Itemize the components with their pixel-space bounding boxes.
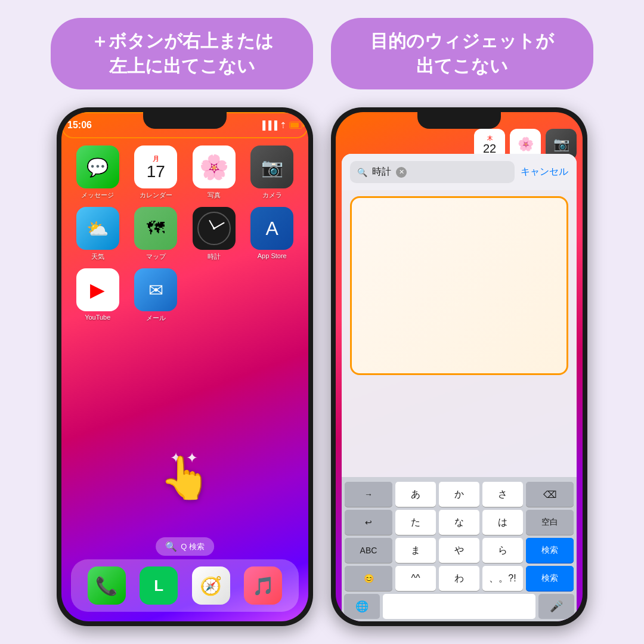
app-label-photos: 写真 [208, 191, 221, 200]
top-labels: ＋ボタンが右上または左上に出てこない 目的のウィジェットが出てこない [12, 18, 632, 89]
notch-1 [143, 112, 227, 129]
messages-icon: 💬 [76, 145, 119, 188]
kb-undo-key[interactable]: ↩ [345, 510, 392, 535]
kb-search-key[interactable]: 検索 [526, 538, 574, 563]
dock-phone[interactable]: 📞 [88, 566, 126, 605]
phones-container: 15:06 ▐▐▐ ⇡ 💬 メッセージ [57, 107, 587, 626]
kb-globe-key[interactable]: 🌐 [344, 594, 380, 619]
kb-ha-key[interactable]: は [482, 510, 523, 535]
kb-mic-key[interactable]: 🎤 [538, 594, 574, 619]
mail-icon: ✉ [134, 268, 177, 311]
keyboard-row-4: 😊 ^^ わ 、。?! 検索 [344, 566, 574, 591]
search-bar[interactable]: 🔍 Q 検索 [156, 537, 214, 556]
phone-2: 木 22 🌸 📷 🔍 時計 ✕ キャンセル [331, 107, 587, 626]
phone1-background: 15:06 ▐▐▐ ⇡ 💬 メッセージ [61, 112, 308, 621]
app-weather[interactable]: ⛅ 天気 [71, 207, 125, 261]
search-clear-button[interactable]: ✕ [396, 167, 407, 178]
status-icons: ▐▐▐ ⇡ [259, 120, 302, 130]
weather-icon: ⛅ [76, 207, 119, 250]
app-label-youtube: YouTube [85, 314, 110, 321]
kb-ta-key[interactable]: た [395, 510, 436, 535]
search-magnifier-icon: 🔍 [357, 168, 367, 177]
widget-sheet: 🔍 時計 ✕ キャンセル → あ か [342, 154, 577, 621]
phone-1: 15:06 ▐▐▐ ⇡ 💬 メッセージ [57, 107, 313, 626]
app-photos[interactable]: 🌸 写真 [187, 145, 241, 200]
tap-hand-cursor: 👆 [159, 453, 211, 502]
battery-icon [289, 122, 302, 129]
keyboard-row-3: ABC ま や ら 検索 [344, 538, 574, 563]
widget-search-row: 🔍 時計 ✕ キャンセル [342, 154, 577, 190]
clock-icon [193, 207, 236, 250]
app-label-maps: マップ [146, 252, 166, 261]
search-icon: 🔍 [165, 541, 177, 552]
kb-a-key[interactable]: あ [395, 482, 436, 507]
kb-sa-key[interactable]: さ [482, 482, 523, 507]
kb-spacebar[interactable] [383, 594, 535, 619]
kb-search-key-2[interactable]: 検索 [526, 566, 574, 591]
app-calendar[interactable]: 月 17 カレンダー [129, 145, 183, 200]
app-label-clock: 時計 [208, 252, 221, 261]
app-label-weather: 天気 [91, 252, 104, 261]
widget-result-box [350, 196, 568, 375]
label-left: ＋ボタンが右上または左上に出てこない [51, 18, 313, 89]
kb-abc-key[interactable]: ABC [345, 538, 392, 563]
app-messages[interactable]: 💬 メッセージ [71, 145, 125, 200]
kb-na-key[interactable]: な [439, 510, 479, 535]
app-maps[interactable]: 🗺 マップ [129, 207, 183, 261]
app-appstore[interactable]: A App Store [246, 207, 299, 261]
kb-ra-key[interactable]: ら [482, 538, 523, 563]
keyboard-row-2: ↩ た な は 空白 [344, 510, 574, 535]
kb-ma-key[interactable]: ま [395, 538, 436, 563]
maps-icon: 🗺 [134, 207, 177, 250]
app-clock[interactable]: 時計 [187, 207, 241, 261]
app-label-mail: メール [146, 314, 166, 323]
phone-1-inner: 15:06 ▐▐▐ ⇡ 💬 メッセージ [61, 112, 308, 621]
notch-2 [417, 112, 501, 129]
kb-space-key[interactable]: 空白 [526, 510, 574, 535]
kb-delete-key[interactable]: ⌫ [526, 482, 574, 507]
app-youtube[interactable]: ▶ YouTube [71, 268, 125, 323]
appstore-icon: A [250, 207, 293, 250]
camera-icon: 📷 [250, 145, 293, 188]
kb-arrow-key[interactable]: → [345, 482, 392, 507]
phone2-background: 木 22 🌸 📷 🔍 時計 ✕ キャンセル [336, 112, 583, 621]
dock-line[interactable]: L [140, 566, 178, 605]
app-camera[interactable]: 📷 カメラ [246, 145, 299, 200]
kb-wa-key[interactable]: わ [439, 566, 479, 591]
kb-ya-key[interactable]: や [439, 538, 479, 563]
app-label-camera: カメラ [262, 191, 282, 200]
keyboard[interactable]: → あ か さ ⌫ ↩ た な は 空白 [342, 477, 577, 621]
photos-icon: 🌸 [193, 145, 236, 188]
status-time: 15:06 [67, 120, 92, 131]
keyboard-row-1: → あ か さ ⌫ [344, 482, 574, 507]
kb-daku-key[interactable]: ^^ [395, 566, 436, 591]
app-label-appstore: App Store [258, 252, 287, 259]
app-label-calendar: カレンダー [140, 191, 172, 200]
label-right: 目的のウィジェットが出てこない [331, 18, 593, 89]
app-label-messages: メッセージ [81, 191, 114, 200]
widget-search-box[interactable]: 🔍 時計 ✕ [350, 161, 515, 183]
dock: 📞 L 🧭 🎵 [71, 559, 299, 612]
widget-cancel-button[interactable]: キャンセル [521, 166, 568, 178]
kb-ka-key[interactable]: か [439, 482, 479, 507]
keyboard-bottom-row: 🌐 🎤 [344, 594, 574, 619]
search-bar-text: Q 検索 [181, 541, 205, 552]
dock-music[interactable]: 🎵 [244, 566, 282, 605]
widget-search-text: 時計 [372, 166, 391, 178]
kb-emoji-key[interactable]: 😊 [345, 566, 392, 591]
app-mail[interactable]: ✉ メール [129, 268, 183, 323]
youtube-icon: ▶ [76, 268, 119, 311]
phone-2-inner: 木 22 🌸 📷 🔍 時計 ✕ キャンセル [336, 112, 583, 621]
dock-safari[interactable]: 🧭 [192, 566, 230, 605]
app-grid: 💬 メッセージ 月 17 カレンダー [71, 145, 299, 323]
calendar-icon: 月 17 [134, 145, 177, 188]
kb-punct-key[interactable]: 、。?! [482, 566, 523, 591]
